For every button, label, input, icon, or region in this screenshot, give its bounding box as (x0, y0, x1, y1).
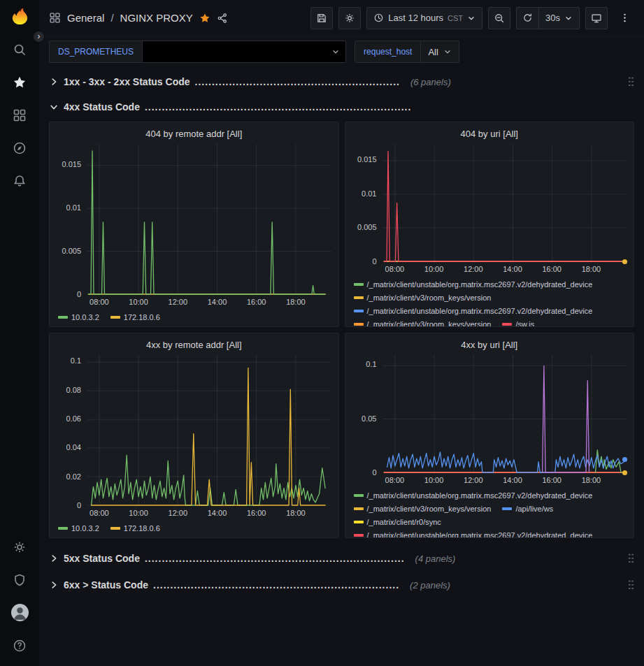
panel-title[interactable]: 404 by uri [All] (352, 126, 627, 143)
y-axis: 00.020.040.060.080.1 (57, 354, 87, 505)
page-title: NGINX PROXY (120, 12, 193, 24)
save-icon (316, 13, 327, 24)
y-tick-label: 0 (77, 501, 81, 509)
shield-icon (13, 573, 27, 587)
legend-item[interactable]: 10.0.3.2 (58, 523, 99, 533)
row-drag-handle[interactable] (628, 553, 634, 564)
sidebar-nav-top (0, 33, 39, 197)
breadcrumb-folder[interactable]: General (67, 12, 104, 24)
legend-marker (58, 316, 68, 319)
panel-2: 404 by uri [All]00.0050.010.01508:0010:0… (345, 122, 635, 327)
x-tick-label: 14:00 (208, 298, 227, 306)
request-host-variable-select[interactable]: All (421, 41, 459, 63)
series-end-dot (622, 259, 627, 264)
time-range-picker[interactable]: Last 12 hours CST (366, 7, 482, 29)
legend-item[interactable]: /sw.js (502, 319, 534, 326)
favorite-star-icon[interactable] (199, 13, 210, 24)
legend-item[interactable]: /_matrix/client/unstable/org.matrix.msc2… (354, 530, 593, 537)
sidebar-expand-button[interactable]: › (33, 31, 45, 43)
y-tick-label: 0.02 (66, 472, 81, 481)
zoom-out-time-button[interactable] (488, 7, 510, 29)
grafana-app: › General / NGINX PROXY (0, 0, 644, 666)
more-options-button[interactable] (613, 7, 636, 29)
chevron-right-icon (49, 77, 59, 87)
sidebar-item-explore[interactable] (3, 131, 36, 164)
kebab-icon (619, 12, 631, 24)
row-6xx-status-code[interactable]: 6xx > Status Code ......................… (49, 574, 634, 595)
sidebar-item-search[interactable] (3, 33, 36, 66)
legend-marker (354, 507, 364, 510)
y-tick-label: 0.015 (62, 160, 81, 168)
legend-item[interactable]: 172.18.0.6 (110, 312, 160, 322)
legend-item[interactable]: /_matrix/client/v3/room_keys/version (354, 293, 492, 303)
row-1xx-3xx-2xx-status-code[interactable]: 1xx - 3xx - 2xx Status Code ............… (49, 71, 634, 92)
legend-item[interactable]: /_matrix/client/v3/room_keys/version (354, 319, 492, 326)
plot-area: 00.0050.010.01508:0010:0012:0014:0016:00… (352, 143, 627, 275)
kiosk-mode-button[interactable] (585, 7, 608, 29)
legend-item[interactable]: /_matrix/client/unstable/org.matrix.msc2… (354, 491, 593, 500)
y-tick-label: 0.005 (62, 247, 81, 255)
legend-item[interactable]: /_matrix/client/r0/sync (354, 517, 441, 527)
legend-label: /_matrix/client/unstable/org.matrix.msc2… (367, 530, 593, 537)
y-axis: 00.0050.010.015 (352, 143, 383, 261)
legend-label: /_matrix/client/v3/room_keys/version (367, 504, 492, 514)
star-icon (13, 75, 27, 89)
dashboard-settings-button[interactable] (338, 7, 361, 29)
legend-item[interactable]: /_matrix/client/unstable/org.matrix.msc2… (354, 280, 593, 289)
legend-item[interactable]: 10.0.3.2 (58, 312, 99, 322)
row-drag-handle[interactable] (628, 579, 634, 591)
sidebar-item-dashboards[interactable] (3, 99, 36, 131)
legend-item[interactable]: /_matrix/client/unstable/org.matrix.msc2… (354, 306, 593, 316)
legend-label: /_matrix/client/unstable/org.matrix.msc2… (367, 280, 593, 289)
share-icon[interactable] (217, 13, 228, 24)
datasource-variable-select[interactable] (143, 41, 346, 63)
datasource-variable-label[interactable]: DS_PROMETHEUS (49, 41, 143, 63)
y-tick-label: 0.04 (66, 443, 81, 451)
row-title: 4xx Status Code (64, 101, 140, 113)
row-drag-handle[interactable] (628, 76, 634, 87)
chart-area[interactable]: 08:0010:0012:0014:0016:0018:00 (87, 354, 331, 519)
sidebar-item-server-admin[interactable] (3, 563, 36, 596)
legend: 10.0.3.2172.18.0.6 (57, 519, 331, 537)
legend-item[interactable]: /api/live/ws (502, 504, 553, 514)
panel-title[interactable]: 404 by remote addr [All] (57, 126, 331, 143)
dashboard-grid-icon (49, 12, 61, 24)
breadcrumb-separator: / (110, 12, 113, 24)
legend-item[interactable]: /_matrix/client/v3/room_keys/version (354, 504, 492, 514)
legend-label: 10.0.3.2 (71, 523, 99, 533)
gear-icon (13, 540, 27, 554)
x-tick-label: 14:00 (503, 476, 522, 484)
refresh-interval-dropdown[interactable]: 30s (538, 7, 580, 29)
sidebar-item-starred[interactable] (3, 66, 36, 99)
main-area: General / NGINX PROXY Last 12 hours CST (39, 0, 644, 666)
chart-area[interactable]: 08:0010:0012:0014:0016:0018:00 (383, 354, 627, 486)
sidebar-item-profile[interactable] (3, 596, 36, 629)
sidebar-item-alerting[interactable] (3, 164, 36, 197)
sidebar-item-configuration[interactable] (3, 530, 36, 563)
time-range-label: Last 12 hours (388, 13, 443, 23)
chart-area[interactable]: 08:0010:0012:0014:0016:0018:00 (383, 143, 627, 275)
grafana-logo[interactable] (10, 7, 29, 26)
chart-svg (87, 144, 331, 294)
row-5xx-status-code[interactable]: 5xx Status Code ........................… (49, 548, 634, 569)
y-tick-label: 0.08 (66, 386, 81, 394)
help-icon (13, 639, 27, 653)
refresh-button[interactable] (516, 7, 538, 29)
request-host-variable-label[interactable]: request_host (355, 41, 421, 63)
row-4xx-status-code[interactable]: 4xx Status Code ........................… (49, 96, 634, 117)
chart-area[interactable]: 08:0010:0012:0014:0016:0018:00 (87, 143, 331, 308)
x-tick-label: 12:00 (464, 265, 483, 273)
x-tick-label: 18:00 (582, 265, 601, 273)
monitor-icon (591, 13, 602, 24)
row-panel-count: (6 panels) (410, 77, 451, 87)
refresh-picker: 30s (516, 7, 580, 29)
panel-title[interactable]: 4xx by remote addr [All] (57, 337, 331, 354)
legend-label: /api/live/ws (515, 504, 553, 514)
save-dashboard-button[interactable] (310, 7, 333, 29)
panel-title[interactable]: 4xx by uri [All] (352, 337, 627, 354)
y-tick-label: 0.1 (71, 356, 81, 365)
sidebar-item-help[interactable] (3, 629, 36, 662)
y-axis: 00.0050.010.015 (57, 143, 87, 294)
legend-item[interactable]: 172.18.0.6 (110, 523, 160, 533)
legend-marker (502, 323, 512, 326)
